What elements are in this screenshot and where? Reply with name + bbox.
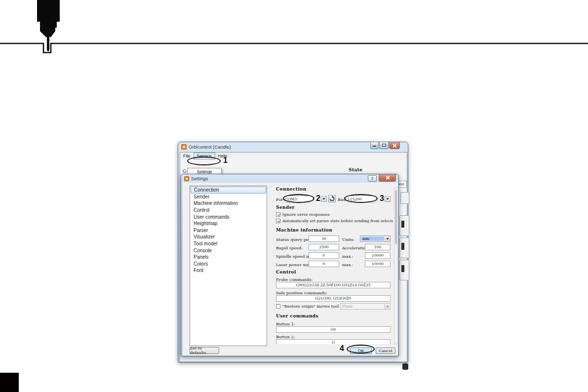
scrollbar-thumb[interactable]: [395, 190, 397, 244]
rapid-speed-row: Rapid speed: 2500 Acceleration: 100: [273, 244, 393, 251]
nav-item-colors[interactable]: Colors: [191, 261, 266, 268]
maximize-icon: [382, 144, 386, 147]
window-title: Grblcontrol (Candle): [189, 144, 231, 150]
background-button-fragment: [399, 237, 409, 258]
auto-parser-row: Automatically set parser state before se…: [276, 219, 393, 223]
content-scrollbar[interactable]: [394, 187, 397, 344]
page-number-tab: [0, 373, 19, 392]
callout-number-3: 3: [380, 194, 384, 203]
units-value: mm: [361, 236, 384, 241]
menu-service[interactable]: Service: [194, 153, 215, 159]
menu-help[interactable]: Help: [215, 153, 231, 159]
units-dropdown-button[interactable]: [385, 236, 390, 241]
menu-file[interactable]: File: [180, 153, 194, 159]
rapid-speed-input[interactable]: 2500: [309, 244, 339, 250]
callout-number-1: 1: [223, 156, 228, 165]
ignore-errors-label: Ignore error responses: [282, 212, 330, 217]
nav-item-font[interactable]: Font: [191, 267, 266, 274]
ignore-errors-checkbox[interactable]: [276, 212, 280, 217]
refresh-icon: [329, 196, 335, 201]
auto-parser-checkbox[interactable]: [276, 219, 280, 223]
nav-item-visualizer[interactable]: Visualizer: [191, 234, 266, 240]
close-icon: [392, 143, 397, 148]
button1-input[interactable]: G0: [276, 326, 391, 333]
ignore-errors-row: Ignore error responses: [276, 212, 330, 217]
cancel-button[interactable]: Cancel: [376, 348, 395, 354]
section-machine-heading: Machine information: [276, 228, 332, 233]
settings-dialog: Settings ? Connection Sender Machine inf…: [181, 174, 399, 356]
laser-min-label: Laser power min.:: [276, 262, 313, 267]
section-control-heading: Control: [276, 270, 296, 274]
callout-number-2: 2: [316, 194, 320, 203]
nav-item-heightmap[interactable]: Heightmap: [191, 220, 266, 227]
callout-number-4: 4: [340, 344, 344, 353]
spindle-min-input[interactable]: 0: [309, 252, 339, 259]
chevron-down-icon: [386, 238, 389, 240]
background-button-fragment: [399, 260, 409, 280]
state-group-title: State: [349, 167, 362, 172]
units-combobox[interactable]: mm: [360, 235, 391, 242]
close-icon: [385, 176, 390, 180]
restore-origin-label: "Restore origin" moves tool in:: [282, 304, 346, 309]
nav-item-parser[interactable]: Parser: [191, 227, 266, 234]
chevron-down-icon: [386, 306, 389, 308]
ok-button[interactable]: OK: [350, 348, 372, 354]
spindle-max-label: max.:: [342, 254, 353, 259]
background-button-fragment: [400, 192, 409, 204]
close-button[interactable]: [389, 142, 400, 149]
set-to-defaults-button[interactable]: Set to defaults: [190, 347, 219, 354]
baud-dropdown-button[interactable]: [385, 196, 391, 202]
cnc-bit-graphic: [0, 0, 588, 59]
minimize-button[interactable]: [370, 142, 379, 149]
nav-item-connection[interactable]: Connection: [191, 187, 266, 194]
restore-origin-value: Plane: [341, 304, 385, 309]
nav-item-panels[interactable]: Panels: [191, 254, 266, 261]
background-button-fragment: [399, 215, 409, 236]
spindle-max-input[interactable]: 10000: [365, 252, 391, 259]
refresh-ports-button[interactable]: [328, 195, 336, 202]
nav-item-user-commands[interactable]: User commands: [191, 213, 266, 220]
restore-origin-checkbox[interactable]: [276, 304, 280, 309]
settings-content-pane: Connection Port: COM3 Baud: 115200 Sende…: [273, 185, 393, 344]
safe-position-label: Safe position commands:: [276, 290, 327, 295]
safe-position-input[interactable]: G21G90; G53G0Z0: [276, 295, 391, 302]
port-combobox[interactable]: COM3: [283, 196, 314, 202]
title-bar[interactable]: Grblcontrol (Candle): [178, 142, 408, 152]
manual-page: Grblcontrol (Candle) File Service Help G…: [0, 0, 588, 392]
laser-min-input[interactable]: 0: [309, 261, 339, 267]
chevron-down-icon: [386, 198, 389, 200]
spindle-speed-row: Spindle speed min.: 0 max.: 10000: [273, 252, 393, 260]
nav-item-control[interactable]: Control: [191, 207, 266, 214]
rapid-speed-label: Rapid speed:: [276, 245, 303, 250]
dialog-title-bar[interactable]: Settings ?: [181, 174, 398, 183]
laser-max-input[interactable]: 10000: [365, 261, 391, 267]
nav-item-sender[interactable]: Sender: [191, 194, 266, 200]
nav-item-machine-information[interactable]: Machine information: [191, 200, 266, 207]
button2-input[interactable]: G: [276, 339, 391, 344]
auto-parser-label: Automatically set parser state before se…: [282, 219, 393, 223]
nav-item-tool-model[interactable]: Tool model: [191, 240, 266, 247]
dialog-close-button[interactable]: [379, 174, 396, 182]
units-label: Units:: [342, 237, 354, 242]
restore-origin-dropdown-button[interactable]: [385, 304, 390, 309]
dialog-body: Connection Sender Machine information Co…: [183, 183, 398, 355]
menu-bar: File Service Help: [180, 153, 407, 159]
acceleration-input[interactable]: 100: [365, 244, 391, 250]
settings-nav-list: Connection Sender Machine information Co…: [190, 186, 267, 346]
button2-label: Button 2:: [276, 334, 295, 339]
minimize-icon: [373, 146, 376, 147]
chevron-down-icon: [322, 198, 325, 200]
nav-item-console[interactable]: Console: [191, 247, 266, 254]
dialog-help-button[interactable]: ?: [368, 175, 377, 182]
probe-commands-label: Probe commands:: [276, 277, 313, 282]
probe-commands-input[interactable]: G90G21G38.2Z-50F100 G92Z14 G0Z25: [276, 282, 391, 288]
baud-combobox[interactable]: 115200: [346, 196, 377, 202]
port-dropdown-button[interactable]: [321, 196, 327, 202]
app-icon: [181, 144, 187, 150]
restore-origin-combobox[interactable]: Plane: [340, 303, 391, 310]
status-query-input[interactable]: 30: [309, 235, 339, 242]
status-query-row: Status query period: 30 Units: mm: [273, 235, 393, 243]
background-button-fragment: [402, 363, 408, 370]
maximize-button[interactable]: [379, 142, 389, 149]
restore-origin-row: "Restore origin" moves tool in:: [276, 304, 346, 309]
